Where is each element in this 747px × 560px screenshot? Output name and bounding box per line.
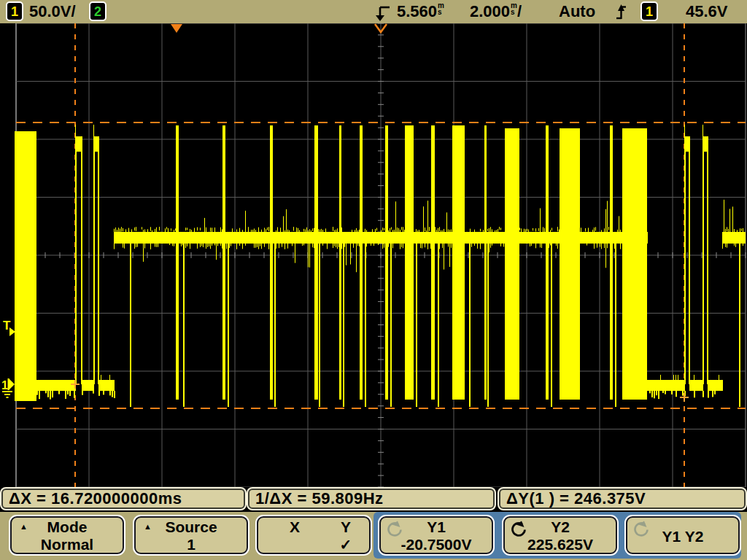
softkey-xy-select[interactable]: X Y ✓ (257, 516, 371, 554)
softkey-source-label: Source (136, 518, 247, 536)
trigger-edge-rising-icon (615, 3, 627, 24)
timebase-readout: 2.000ms/ (470, 2, 522, 21)
softkey-y1y2-label: Y1 Y2 (627, 528, 738, 545)
status-bar: 1 50.0V/ 2 5.560ms 2.000ms/ Auto 1 45.6V (0, 0, 747, 23)
timebase-unit: ms (511, 2, 517, 15)
softkey-y2[interactable]: Y2 225.625V (503, 516, 617, 554)
trigger-mode: Auto (559, 2, 595, 21)
trigger-time-marker (171, 24, 182, 33)
delta-y-readout: ΔY(1 ) = 246.375V (499, 489, 746, 509)
channel1-trace (15, 125, 746, 407)
trigger-level-marker (9, 327, 15, 336)
delay-unit: ms (438, 2, 444, 15)
measurement-bar: ΔX = 16.720000000ms 1/ΔX = 59.809Hz ΔY(1… (0, 487, 747, 512)
delay-value: 5.560 (397, 2, 437, 20)
ground-symbol-icon (7, 397, 9, 398)
softkey-x-label: X (274, 518, 315, 536)
softkey-y2-label: Y2 (505, 518, 616, 536)
channel1-ground-marker (9, 378, 15, 390)
softkey-source[interactable]: ▲ Source 1 (134, 516, 248, 554)
checkmark-icon: ✓ (325, 536, 366, 553)
inverse-delta-x-readout: 1/ΔX = 59.809Hz (248, 489, 495, 509)
softkey-y1[interactable]: Y1 -20.7500V (379, 516, 493, 554)
channel1-badge: 1 (6, 1, 23, 21)
delay-position-icon (374, 5, 392, 25)
channel1-scale: 50.0V/ (29, 2, 76, 21)
ground-symbol-icon (4, 394, 10, 395)
softkey-y1-label: Y1 (381, 518, 492, 536)
ground-symbol-icon (2, 391, 12, 392)
delay-readout: 5.560ms (397, 2, 444, 21)
trigger-source-badge: 1 (640, 1, 658, 21)
softkey-y2-value: 225.625V (505, 536, 616, 553)
waveform-plot-area: T1 (0, 23, 747, 487)
softkey-mode-value: Normal (12, 536, 123, 553)
softkey-source-value: 1 (136, 536, 247, 553)
softkey-mode-label: Mode (12, 518, 123, 536)
channel2-badge: 2 (89, 1, 107, 21)
trigger-level-readout: 45.6V (686, 2, 728, 21)
softkey-y-label: Y (325, 518, 366, 536)
softkey-y1y2[interactable]: Y1 Y2 (626, 516, 740, 554)
timebase-value: 2.000 (470, 2, 510, 20)
channel1-ground-label: 1 (1, 379, 8, 392)
softkey-menu: ▲ Mode Normal ▲ Source 1 X Y ✓ Y1 -20.75… (0, 512, 747, 560)
softkey-mode[interactable]: ▲ Mode Normal (10, 516, 124, 554)
waveform-display: T1 (0, 23, 747, 487)
oscilloscope-screen: 1 50.0V/ 2 5.560ms 2.000ms/ Auto 1 45.6V (0, 0, 747, 560)
channel1-ground-marker-bar (8, 378, 9, 390)
softkey-y1-value: -20.7500V (381, 536, 492, 553)
delta-x-readout: ΔX = 16.720000000ms (1, 489, 245, 509)
